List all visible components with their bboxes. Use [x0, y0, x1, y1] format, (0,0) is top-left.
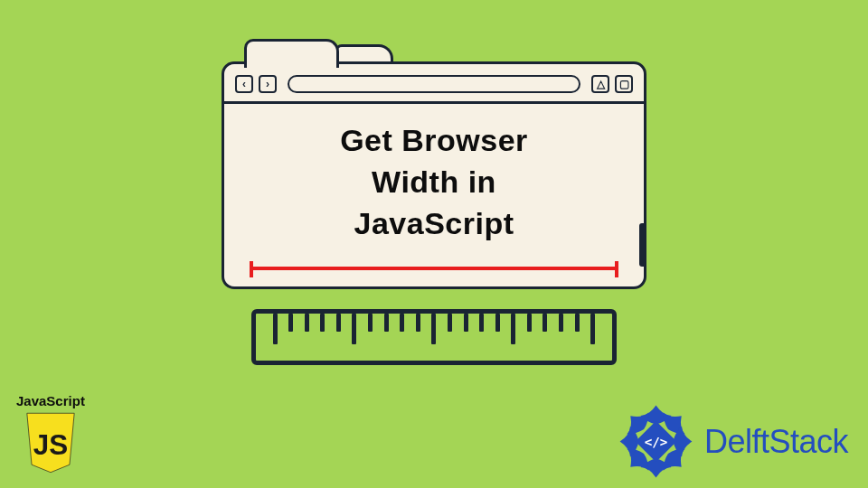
up-button-icon: △ — [591, 75, 609, 93]
ruler-tick — [400, 314, 404, 332]
ruler-tick — [336, 314, 341, 332]
ruler-tick — [320, 314, 325, 332]
javascript-shield-icon: JS — [21, 410, 80, 475]
forward-button-icon: › — [259, 75, 277, 93]
ruler-icon — [251, 309, 617, 365]
ruler-tick — [368, 314, 373, 332]
window-button-icon: ▢ — [615, 75, 633, 93]
ruler-tick — [590, 314, 595, 344]
javascript-badge: JavaScript JS — [16, 393, 85, 475]
browser-toolbar: ‹ › △ ▢ — [224, 64, 644, 104]
page-title: Get Browser Width in JavaScript — [340, 120, 528, 245]
title-line-2: Width in — [340, 162, 528, 203]
ruler-tick — [575, 314, 580, 332]
javascript-label: JavaScript — [16, 393, 85, 408]
ruler-tick — [431, 314, 436, 344]
scrollbar-stub — [639, 223, 646, 267]
browser-frame: ‹ › △ ▢ Get Browser Width in JavaScript — [222, 61, 646, 289]
ruler-tick — [511, 314, 515, 344]
ruler-tick — [448, 314, 452, 332]
ruler-tick — [384, 314, 389, 332]
ruler-tick — [305, 314, 309, 332]
width-measurement-line — [251, 267, 617, 270]
ruler-tick — [273, 314, 278, 344]
ruler-tick — [479, 314, 484, 332]
browser-window-illustration: ‹ › △ ▢ Get Browser Width in JavaScript — [222, 36, 646, 289]
title-line-3: JavaScript — [340, 203, 528, 245]
ruler-tick — [416, 314, 420, 332]
ruler-tick — [559, 314, 563, 332]
ruler-tick — [352, 314, 356, 344]
ruler-tick — [495, 314, 500, 332]
ruler-tick — [542, 314, 547, 332]
back-button-icon: ‹ — [235, 75, 253, 93]
ruler-tick — [527, 314, 532, 332]
browser-tab-active — [244, 39, 339, 68]
ruler-tick — [288, 314, 293, 332]
delftstack-emblem-icon: </> — [613, 399, 699, 484]
title-line-1: Get Browser — [340, 120, 528, 162]
delftstack-logo: </> DelftStack — [613, 399, 848, 484]
delftstack-text: DelftStack — [704, 423, 848, 461]
js-initials: JS — [33, 429, 68, 461]
browser-body: Get Browser Width in JavaScript — [224, 104, 644, 286]
svg-text:</>: </> — [645, 435, 668, 449]
ruler-tick — [464, 314, 468, 332]
url-bar — [288, 75, 580, 93]
